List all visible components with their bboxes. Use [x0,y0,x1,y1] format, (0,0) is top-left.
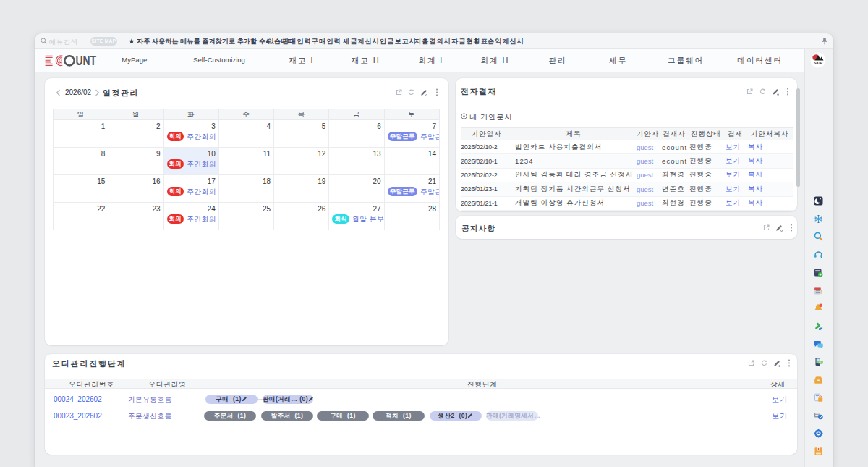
svg-text:UNT: UNT [76,55,97,67]
svg-text:SKIP: SKIP [814,61,823,65]
svg-text:PAY: PAY [818,361,822,364]
